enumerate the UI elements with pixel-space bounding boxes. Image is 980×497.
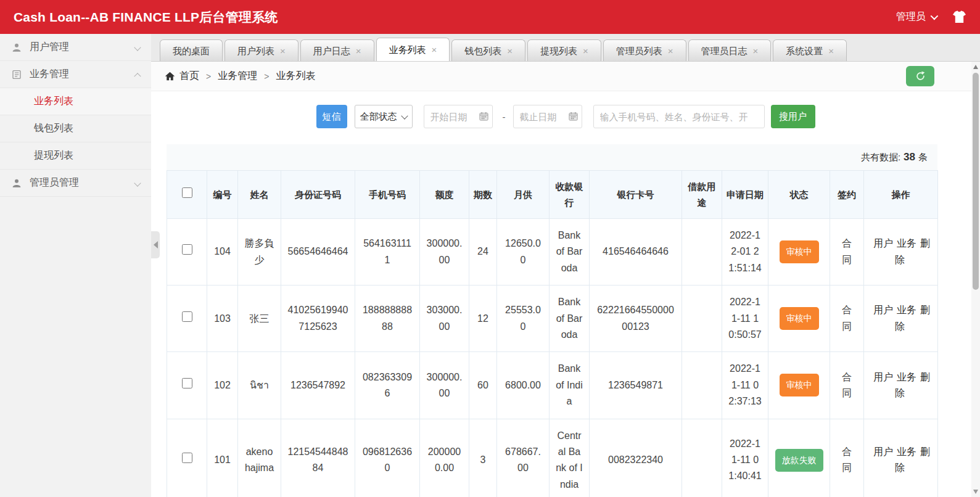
calendar-icon[interactable] <box>569 112 578 123</box>
sidebar-item-钱包列表[interactable]: 钱包列表 <box>0 115 151 142</box>
scroll-up-arrow-icon[interactable] <box>973 65 978 69</box>
cell-purpose <box>682 285 722 352</box>
cell-periods: 24 <box>469 219 497 285</box>
contract-link[interactable]: 合同 <box>842 369 852 402</box>
cell-periods: 60 <box>469 352 497 419</box>
row-checkbox[interactable] <box>182 453 192 463</box>
action-user-link[interactable]: 用户 <box>873 238 893 248</box>
cell-name: 勝多負少 <box>238 219 281 285</box>
cell-purpose <box>682 352 722 419</box>
breadcrumb-home[interactable]: 首页 <box>165 70 199 83</box>
tab-close-icon[interactable]: × <box>280 46 286 55</box>
sidebar-collapse-handle[interactable] <box>151 231 160 258</box>
column-header: 操作 <box>864 171 938 219</box>
row-checkbox[interactable] <box>182 378 192 388</box>
action-user-link[interactable]: 用户 <box>873 305 893 315</box>
cell-bank: Bank of India <box>550 352 590 419</box>
status-badge[interactable]: 审核中 <box>780 307 819 330</box>
chevron-up-icon <box>134 73 141 80</box>
cell-amount: 300000.00 <box>420 352 469 419</box>
action-user-link[interactable]: 用户 <box>873 372 893 382</box>
tab-提现列表[interactable]: 提现列表× <box>527 39 601 61</box>
tab-close-icon[interactable]: × <box>507 46 513 55</box>
cell-monthly: 678667.00 <box>497 419 550 497</box>
tab-用户列表[interactable]: 用户列表× <box>224 39 299 61</box>
sidebar-group-label: 用户管理 <box>30 41 128 54</box>
cell-bank: Central Bank of India <box>550 419 590 497</box>
cell-phone: 0823633096 <box>355 352 420 419</box>
action-business-link[interactable]: 业务 <box>897 305 916 315</box>
search-user-button[interactable]: 搜用户 <box>771 105 815 128</box>
main-content: 短信 全部状态 - 搜用户 共有数据: 38 条 <box>151 91 980 497</box>
cell-id_card: 56654646464 <box>281 219 355 285</box>
sms-button[interactable]: 短信 <box>316 105 347 128</box>
tab-管理员日志[interactable]: 管理员日志× <box>688 39 772 61</box>
refresh-button[interactable] <box>906 66 934 86</box>
sidebar: 用户管理业务管理业务列表钱包列表提现列表管理员管理 <box>0 34 151 497</box>
user-icon <box>11 42 22 53</box>
cell-amount: 303000.00 <box>420 285 469 352</box>
status-select[interactable]: 全部状态 <box>355 105 413 128</box>
theme-shirt-icon[interactable] <box>952 10 966 24</box>
sidebar-group-label: 管理员管理 <box>30 176 128 189</box>
chevron-down-icon <box>134 44 141 51</box>
tab-钱包列表[interactable]: 钱包列表× <box>451 39 525 61</box>
status-badge[interactable]: 审核中 <box>780 374 819 396</box>
cell-phone: 18888888888 <box>355 285 420 352</box>
tab-close-icon[interactable]: × <box>828 46 834 55</box>
scrollbar-thumb[interactable] <box>973 73 979 290</box>
tab-label: 系统设置 <box>786 41 823 61</box>
action-user-link[interactable]: 用户 <box>873 446 893 457</box>
column-header: 月供 <box>497 171 550 219</box>
tab-close-icon[interactable]: × <box>432 45 437 54</box>
tab-我的桌面[interactable]: 我的桌面 <box>160 39 223 61</box>
tab-close-icon[interactable]: × <box>583 46 588 55</box>
tab-管理员列表[interactable]: 管理员列表× <box>603 39 686 61</box>
column-header: 申请日期 <box>722 171 768 219</box>
breadcrumb-item-business-mgmt[interactable]: 业务管理 <box>218 70 257 83</box>
breadcrumb-item-business-list[interactable]: 业务列表 <box>276 70 315 83</box>
contract-link[interactable]: 合同 <box>842 236 852 268</box>
search-input[interactable] <box>593 105 765 128</box>
action-business-link[interactable]: 业务 <box>897 446 916 457</box>
scroll-down-arrow-icon[interactable] <box>973 490 978 494</box>
action-business-link[interactable]: 业务 <box>897 238 916 248</box>
tab-label: 钱包列表 <box>464 41 501 61</box>
tab-业务列表[interactable]: 业务列表× <box>376 38 450 61</box>
action-business-link[interactable]: 业务 <box>897 372 916 382</box>
cell-phone: 0968126360 <box>355 419 420 497</box>
contract-link[interactable]: 合同 <box>842 302 852 335</box>
status-badge[interactable]: 审核中 <box>780 240 819 263</box>
admin-icon <box>11 178 22 189</box>
select-all-checkbox[interactable] <box>182 187 192 198</box>
tab-close-icon[interactable]: × <box>753 46 759 55</box>
cell-id_card: 1236547892 <box>281 352 355 419</box>
status-select-value: 全部状态 <box>360 111 397 123</box>
sidebar-group[interactable]: 用户管理 <box>0 34 151 61</box>
table-toolbar: 共有数据: 38 条 <box>167 144 937 170</box>
row-checkbox[interactable] <box>182 244 192 255</box>
status-badge[interactable]: 放款失败 <box>775 449 823 472</box>
admin-user-menu[interactable]: 管理员 <box>896 10 936 23</box>
tab-系统设置[interactable]: 系统设置× <box>773 39 847 61</box>
cell-id_card: 410256199407125623 <box>281 285 355 352</box>
header-checkbox-cell <box>167 171 207 219</box>
vertical-scrollbar[interactable] <box>971 62 980 497</box>
cell-contract: 合同 <box>830 219 864 285</box>
cell-actions: 用户业务删除 <box>864 419 938 497</box>
sidebar-item-提现列表[interactable]: 提现列表 <box>0 142 151 170</box>
sidebar-group[interactable]: 业务管理 <box>0 61 151 88</box>
row-checkbox[interactable] <box>182 311 192 322</box>
calendar-icon[interactable] <box>479 112 488 123</box>
app-header: Cash Loan--AB FINANCE LLP后台管理系统 管理员 <box>0 0 980 34</box>
cell-id_card: 1215454484884 <box>281 419 355 497</box>
sidebar-item-业务列表[interactable]: 业务列表 <box>0 88 151 115</box>
contract-link[interactable]: 合同 <box>842 444 852 477</box>
chevron-down-icon <box>401 112 408 119</box>
tab-close-icon[interactable]: × <box>356 46 361 55</box>
sidebar-group[interactable]: 管理员管理 <box>0 170 151 197</box>
cell-contract: 合同 <box>830 419 864 497</box>
tab-用户日志[interactable]: 用户日志× <box>300 39 374 61</box>
tab-close-icon[interactable]: × <box>668 46 673 55</box>
cell-status: 审核中 <box>768 352 830 419</box>
